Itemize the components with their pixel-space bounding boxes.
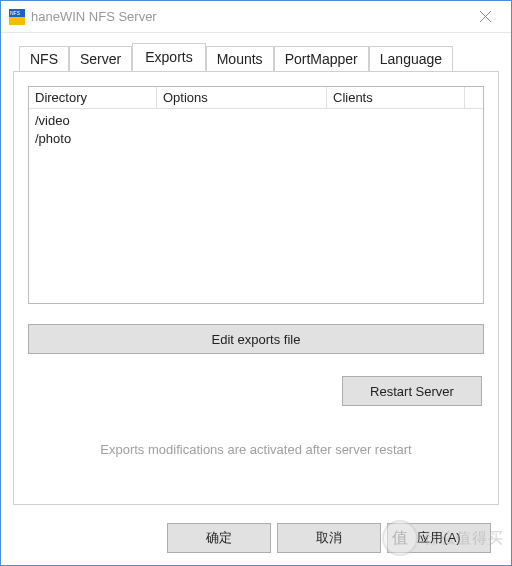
column-header-options[interactable]: Options: [157, 87, 327, 108]
tab-mounts[interactable]: Mounts: [206, 46, 274, 71]
ok-button[interactable]: 确定: [167, 523, 271, 553]
list-item[interactable]: /video: [29, 111, 483, 129]
list-item[interactable]: /photo: [29, 129, 483, 147]
exports-listview[interactable]: Directory Options Clients /video /photo: [28, 86, 484, 304]
app-icon: NFS: [9, 9, 25, 25]
column-header-spacer: [465, 87, 483, 108]
cell-clients: [327, 111, 483, 129]
tab-exports[interactable]: Exports: [132, 43, 205, 71]
dialog-button-row: 确定 取消 应用(A): [13, 511, 499, 553]
cell-directory: /video: [29, 111, 157, 129]
tab-bar: NFS Server Exports Mounts PortMapper Lan…: [13, 45, 499, 71]
titlebar: NFS haneWIN NFS Server: [1, 1, 511, 33]
app-window: NFS haneWIN NFS Server NFS Server Export…: [0, 0, 512, 566]
tab-content-exports: Directory Options Clients /video /photo: [13, 71, 499, 505]
tab-portmapper[interactable]: PortMapper: [274, 46, 369, 71]
close-button[interactable]: [463, 2, 507, 32]
tab-server[interactable]: Server: [69, 46, 132, 71]
column-header-clients[interactable]: Clients: [327, 87, 465, 108]
listview-header: Directory Options Clients: [29, 87, 483, 109]
status-message: Exports modifications are activated afte…: [28, 442, 484, 457]
listview-body: /video /photo: [29, 109, 483, 303]
cell-directory: /photo: [29, 129, 157, 147]
apply-button[interactable]: 应用(A): [387, 523, 491, 553]
restart-server-button[interactable]: Restart Server: [342, 376, 482, 406]
svg-text:NFS: NFS: [10, 10, 21, 16]
column-header-directory[interactable]: Directory: [29, 87, 157, 108]
window-title: haneWIN NFS Server: [31, 9, 463, 24]
tab-nfs[interactable]: NFS: [19, 46, 69, 71]
cell-options: [157, 111, 327, 129]
svg-rect-1: [9, 17, 25, 25]
cell-clients: [327, 129, 483, 147]
cell-options: [157, 129, 327, 147]
client-area: NFS Server Exports Mounts PortMapper Lan…: [1, 33, 511, 565]
close-icon: [480, 11, 491, 22]
cancel-button[interactable]: 取消: [277, 523, 381, 553]
edit-exports-button[interactable]: Edit exports file: [28, 324, 484, 354]
tab-language[interactable]: Language: [369, 46, 453, 71]
